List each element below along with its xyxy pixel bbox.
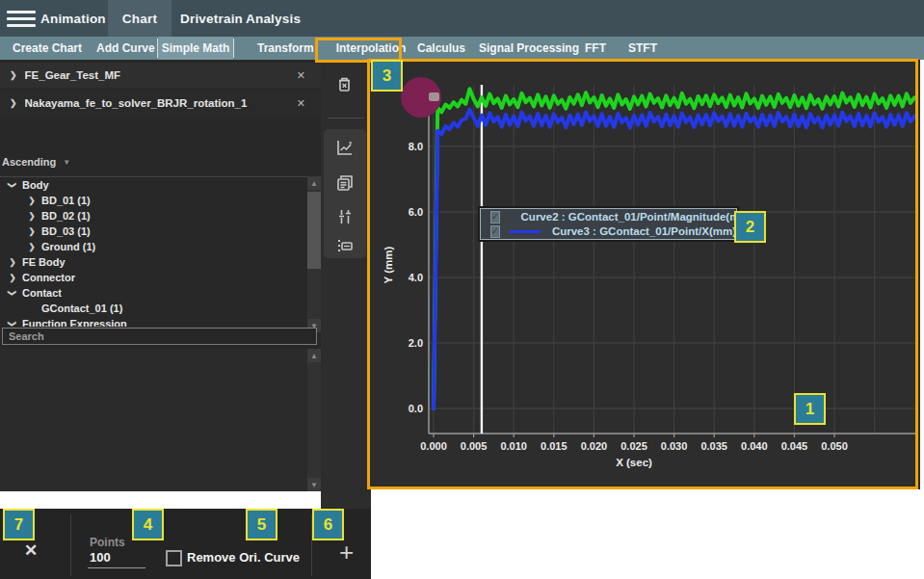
file-item[interactable]: ❯Nakayama_fe_to_solver_BRJR_rotation_1✕ (0, 91, 321, 116)
tree-item-bd-03-1-[interactable]: ❯BD_03 (1) (0, 224, 321, 239)
y-axis-title: Y (mm) (383, 246, 394, 283)
legend-entry: ✓Curve3 : GContact_01/Point/X(mm) (481, 224, 736, 238)
x-tick-label: 0.025 (620, 440, 647, 452)
y-tick-label: 2.0 (409, 337, 423, 349)
file-name: FE_Gear_Test_MF (25, 69, 297, 81)
tree-item-connector[interactable]: ❯Connector (0, 270, 321, 285)
x-tick-label: 0.030 (661, 440, 688, 452)
menu-tab-analysis[interactable]: Analysis (246, 0, 301, 37)
callout-badge-7: 7 (3, 509, 35, 540)
callout-badge-5: 5 (246, 509, 277, 540)
tree-item-bd-02-1-[interactable]: ❯BD_02 (1) (0, 208, 321, 224)
chevron-right-icon: ❯ (10, 98, 17, 108)
ribbon-item-fft[interactable]: FFT (585, 37, 606, 60)
tree-item-label: Function Expression (22, 318, 127, 327)
ribbon-item-transform[interactable]: Transform (257, 37, 314, 60)
file-name: Nakayama_fe_to_solver_BRJR_rotation_1 (25, 97, 297, 109)
ribbon-item-simple-math[interactable]: Simple Math (158, 37, 233, 60)
chevron-right-icon: ❯ (10, 70, 17, 80)
copy-chart-icon[interactable] (332, 171, 357, 196)
expand-icon[interactable]: ❯ (27, 211, 37, 221)
tree-item-label: BD_03 (1) (41, 225, 91, 237)
expand-icon[interactable]: ❯ (27, 196, 37, 205)
list-scrollbar[interactable]: ▲ ▼ (307, 349, 321, 491)
x-axis-title: X (sec) (616, 457, 652, 468)
close-icon[interactable]: ✕ (24, 540, 38, 561)
ribbon-item-signal-processing[interactable]: Signal Processing (479, 37, 579, 60)
x-tick-label: 0.005 (461, 440, 488, 452)
tree-item-label: FE Body (22, 256, 66, 268)
menu-tab-drivetrain[interactable]: Drivetrain (180, 0, 243, 37)
x-tick-label: 0.000 (420, 440, 447, 452)
hamburger-menu-icon[interactable] (7, 11, 36, 27)
ribbon-item-create-chart[interactable]: Create Chart (13, 37, 82, 60)
ribbon-item-calculus[interactable]: Calculus (417, 37, 465, 60)
legend-entry: ✓Curve2 : GContact_01/Point/Magnitude(mm… (481, 210, 736, 224)
tree-item-fe-body[interactable]: ❯FE Body (0, 254, 321, 270)
menu-tab-animation[interactable]: Animation (40, 0, 106, 37)
chevron-down-icon: ▼ (63, 158, 70, 167)
tree-item-gcontact-01-1-[interactable]: GContact_01 (1) (0, 301, 321, 316)
legend-label: Curve2 : GContact_01/Point/Magnitude(mm) (521, 211, 753, 223)
remove-ori-curve-checkbox[interactable] (166, 550, 182, 566)
callout-badge-1: 1 (794, 393, 826, 425)
callout-badge-6: 6 (312, 509, 344, 540)
close-icon[interactable]: ✕ (297, 69, 305, 82)
curve-filter-icon[interactable] (332, 204, 357, 229)
scroll-down-icon[interactable]: ▼ (307, 478, 321, 491)
tree-item-ground-1-[interactable]: ❯Ground (1) (0, 239, 321, 254)
result-list-area (0, 349, 321, 491)
legend-list-icon[interactable] (332, 233, 357, 258)
callout-badge-4: 4 (132, 509, 164, 540)
scroll-up-icon[interactable]: ▲ (307, 176, 321, 190)
callout-badge-3: 3 (371, 60, 403, 92)
legend-checkbox[interactable]: ✓ (490, 211, 500, 224)
tree-item-contact[interactable]: ❯Contact (0, 285, 321, 301)
add-icon[interactable]: + (339, 538, 354, 567)
chart-legend[interactable]: ✓Curve2 : GContact_01/Point/Magnitude(mm… (480, 208, 737, 240)
points-input[interactable] (88, 550, 145, 568)
scroll-up-icon[interactable]: ▲ (307, 349, 321, 362)
legend-checkbox[interactable]: ✓ (490, 225, 500, 238)
tree-scrollbar[interactable]: ▲ ▼ (307, 176, 321, 332)
menu-tab-chart[interactable]: Chart (108, 0, 172, 37)
sort-order-dropdown[interactable]: Ascending ▼ (2, 154, 70, 170)
y-tick-label: 6.0 (409, 206, 423, 218)
tree-item-label: GContact_01 (1) (41, 303, 122, 314)
tree-scrollbar-thumb[interactable] (307, 192, 321, 269)
expand-icon[interactable]: ❯ (27, 242, 37, 251)
close-icon[interactable]: ✕ (297, 97, 305, 110)
y-tick-label: 8.0 (409, 141, 423, 152)
delete-chart-icon[interactable] (331, 71, 356, 96)
tree-item-label: Contact (22, 287, 62, 299)
ribbon-item-stft[interactable]: STFT (628, 37, 657, 60)
sort-order-label: Ascending (2, 156, 56, 168)
x-tick-label: 0.050 (821, 440, 848, 452)
x-tick-label: 0.015 (541, 440, 568, 452)
ribbon-item-interpolation[interactable]: Interpolation (337, 37, 405, 60)
collapse-icon[interactable]: ❯ (8, 180, 17, 190)
tree-item-bd-01-1-[interactable]: ❯BD_01 (1) (0, 193, 321, 208)
tree-item-body[interactable]: ❯Body (0, 177, 321, 193)
toolbar-divider (70, 514, 71, 576)
file-item[interactable]: ❯FE_Gear_Test_MF✕ (0, 63, 321, 88)
expand-icon[interactable]: ❯ (8, 273, 17, 282)
expand-icon[interactable]: ❯ (27, 226, 37, 236)
y-tick-label: 0.0 (409, 403, 423, 414)
ribbon-item-add-curve[interactable]: Add Curve (96, 37, 155, 60)
chart-view: 0.0000.0050.0100.0150.0200.0250.0300.035… (371, 60, 920, 489)
legend-line-sample (510, 230, 541, 233)
expand-icon[interactable]: ❯ (8, 257, 17, 267)
chart-tool-strip (321, 60, 371, 509)
curve-chart-icon[interactable] (332, 135, 357, 160)
tree-item-label: Ground (1) (41, 241, 95, 252)
entity-tree: ❯Body❯BD_01 (1)❯BD_02 (1)❯BD_03 (1)❯Grou… (0, 176, 321, 327)
search-input[interactable] (2, 328, 317, 345)
x-tick-label: 0.040 (741, 440, 768, 452)
tree-item-function-expression[interactable]: ❯Function Expression (0, 316, 321, 327)
collapse-icon[interactable]: ❯ (8, 319, 17, 327)
collapse-icon[interactable]: ❯ (8, 288, 17, 298)
x-tick-label: 0.020 (581, 440, 608, 452)
legend-label: Curve3 : GContact_01/Point/X(mm) (552, 225, 736, 237)
menu-bar: AnimationChartDrivetrainAnalysis (0, 0, 924, 37)
